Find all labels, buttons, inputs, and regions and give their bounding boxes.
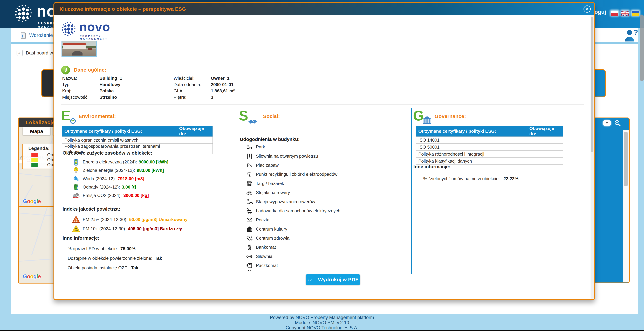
amenity-park: Park: [246, 142, 340, 152]
close-icon[interactable]: ✕: [584, 6, 591, 13]
battery-icon: [72, 158, 80, 166]
env-other-list: % opraw LED w obiekcie:75.00% Dostępne w…: [68, 244, 162, 272]
svg-text:PM: PM: [75, 227, 78, 230]
section-divider: [61, 104, 584, 105]
dashboard-checkbox[interactable]: ✓: [16, 50, 23, 56]
water-drops-icon: [72, 175, 80, 182]
column-separator: [237, 108, 237, 274]
bank-building-icon: [422, 116, 432, 124]
governance-cert-table: Otrzymane certyfikaty / polityki ESG:Obo…: [416, 126, 563, 165]
consumption-item: Zielona energia (2024-12): 983.00 [kWh]: [72, 166, 168, 174]
collapse-button[interactable]: ▼: [603, 120, 611, 126]
social-heading: Social:: [263, 114, 280, 119]
playground-slide-icon: [246, 162, 253, 169]
env-other-heading: Inne informacje:: [62, 235, 100, 241]
zoom-in-icon[interactable]: [614, 120, 622, 127]
co2-cloud-icon: CO²: [72, 192, 80, 199]
browser-scrollbar-thumb[interactable]: [640, 14, 644, 81]
environmental-heading: Environmental:: [78, 114, 116, 119]
consumption-item: Woda (2024-12): 7918.00 [m3]: [72, 174, 168, 183]
google-logo: Google: [23, 198, 41, 204]
modal-novo-logo: novo PROPERTY MANAGEMENT: [60, 21, 110, 37]
modal-scrollbar[interactable]: [590, 15, 594, 298]
svg-text:10+: 10+: [74, 230, 78, 232]
tab-wdrozenie[interactable]: Wdrożenie: [19, 32, 53, 39]
pointing-hand-icon: ☞: [308, 276, 314, 283]
flag-poland[interactable]: [611, 10, 618, 16]
recycling-bin-icon: [246, 171, 253, 178]
footer-line: Powered by NOVO Property Management plat…: [0, 315, 644, 320]
field-kraj: Kraj:Polska: [62, 88, 122, 94]
google-logo: Google: [23, 273, 41, 280]
table-row: ISO 50001: [416, 144, 563, 151]
field-wlasciciel: Właściciel:Owner_1: [174, 75, 235, 82]
print-pdf-button[interactable]: ☞ Wydrukuj w PDF: [306, 274, 360, 285]
user-help-icon[interactable]: ?: [624, 29, 638, 42]
footer-line: Module: NOVO PM, v.2.10: [0, 320, 644, 325]
gov-other-heading: Inne informacje:: [414, 164, 450, 170]
field-typ: Typ:Handlowy: [62, 82, 122, 88]
governance-heading: Governance:: [434, 114, 466, 119]
novo-globe-icon: [60, 21, 77, 37]
map-type-button[interactable]: Mapa: [23, 128, 50, 135]
amenity-market: Targ / bazarek: [246, 179, 340, 188]
field-gla: GLA:1 863,61 m²: [174, 88, 235, 94]
parcel-locker-icon: [246, 262, 253, 269]
flag-ukraine[interactable]: [632, 10, 639, 16]
other-info-item: % "zielonych" umów najmu w obiekcie : 22…: [423, 174, 518, 184]
flag-united-kingdom[interactable]: [621, 10, 629, 16]
pm25-warning-icon: PM 2.5+: [72, 216, 80, 224]
modal-scrollbar-thumb[interactable]: [591, 17, 594, 152]
legend-color-yellow: [32, 158, 38, 162]
field-miejscowosc: Miejscowość:Strzelno: [62, 94, 122, 100]
amenity-ev-charger: Ładowarka dla samochodów elektrycznych: [246, 206, 340, 215]
handshake-icon: [248, 118, 260, 124]
general-info-section: i Dane ogólne: Nazwa:Building_1 Typ:Hand…: [60, 64, 586, 104]
environmental-icon: E: [61, 109, 76, 124]
ev-charger-icon: [246, 207, 253, 214]
tab-wdrozenie-label: Wdrożenie: [29, 32, 53, 38]
park-icon: [246, 144, 253, 151]
amenity-recycling-point: Punkt recyklingu i zbiórki elektroodpadó…: [246, 170, 340, 179]
amenity-outdoor-gym: Siłownia na otwartym powietrzu: [246, 152, 340, 160]
right-panel-scrollbar-thumb[interactable]: [624, 132, 628, 186]
table-row: Polityka różnorodności i integracji: [416, 151, 563, 158]
health-center-icon: [246, 235, 253, 242]
screen: novo PROPERTY MANAGEMENT Wyloguj: [0, 0, 644, 331]
column-separator: [411, 108, 412, 274]
waste-bin-icon: [72, 184, 80, 191]
svg-text:PM: PM: [75, 218, 78, 220]
svg-text:2.5+: 2.5+: [74, 220, 78, 222]
building-photo: [62, 41, 97, 57]
amenity-playground: Plac zabaw: [246, 161, 340, 170]
consumption-item: Odpady (2024-12): 3.00 [t]: [72, 183, 168, 191]
print-pdf-label: Wydrukuj w PDF: [318, 277, 358, 282]
field-nazwa: Nazwa:Building_1: [62, 75, 122, 82]
partial-icon: [246, 270, 253, 273]
social-icon: S: [239, 109, 254, 124]
right-panel-scrollbar[interactable]: [623, 130, 629, 282]
legend-color-red: [32, 153, 38, 157]
other-info-item: Dostępne w obiekcie powierzchnie zielone…: [68, 254, 162, 263]
amenity-health-center: Centrum zdrowia: [246, 234, 340, 243]
envelope-icon: [246, 216, 253, 224]
modal-title: Kluczowe informacje o obiekcie – perspek…: [60, 6, 186, 12]
recycle-leaf-icon: [69, 117, 77, 124]
air-quality-item: PM 2.5+ PM 2.5+ (2024-12-30): 50.00 [µg/…: [72, 215, 188, 224]
market-stall-icon: [246, 180, 253, 187]
clipboard-checklist-icon: [19, 32, 27, 39]
chevron-down-icon: ▼: [606, 122, 608, 125]
table-row: Polityka ograniczenia emisji własnych: [62, 137, 213, 144]
amenity-parcel-locker: Paczkomat: [246, 261, 340, 270]
amenities-heading: Udogodnienia w budynku:: [240, 137, 300, 142]
amenity-partial: [246, 270, 340, 273]
esg-modal: Kluczowe informacje o obiekcie – perspek…: [54, 2, 595, 300]
dumbbell-icon: [246, 253, 253, 260]
pm10-warning-icon: PM 10+: [72, 225, 80, 232]
amenity-post-office: Poczta: [246, 215, 340, 224]
consumption-item: Energia elektryczna (2024): 9000.00 [kWh…: [72, 158, 168, 166]
air-quality-list: PM 2.5+ PM 2.5+ (2024-12-30): 50.00 [µg/…: [72, 215, 188, 233]
modal-header: Kluczowe informacje o obiekcie – perspek…: [54, 3, 594, 15]
bike-rental-station-icon: [246, 198, 253, 205]
amenity-bike-rental: Stacja wypożyczania rowerów: [246, 197, 340, 206]
